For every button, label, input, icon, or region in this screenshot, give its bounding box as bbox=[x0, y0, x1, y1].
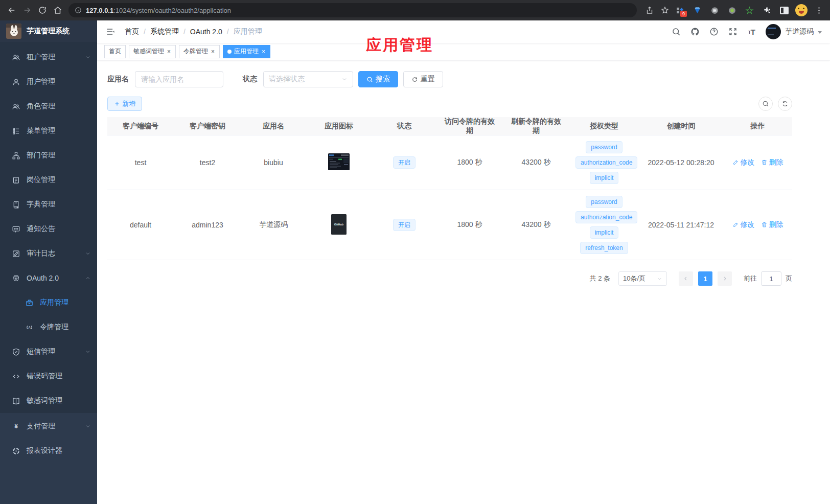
bookmark-star-icon[interactable] bbox=[657, 3, 673, 18]
user-menu[interactable]: 芋道源码 bbox=[766, 24, 822, 39]
token-icon: A bbox=[25, 323, 34, 332]
column-header-name: 应用名 bbox=[241, 118, 306, 135]
page-number-1[interactable]: 1 bbox=[698, 271, 712, 286]
fullscreen-icon[interactable] bbox=[728, 27, 738, 37]
chevron-down-icon bbox=[85, 423, 91, 429]
forward-icon[interactable] bbox=[19, 3, 35, 18]
sidebar-item-oauth2-token[interactable]: A令牌管理 bbox=[0, 315, 97, 339]
extension-gem-icon[interactable] bbox=[690, 3, 704, 17]
extensions-puzzle-icon[interactable] bbox=[759, 3, 774, 17]
grant-type-tag: implicit bbox=[590, 172, 619, 184]
profile-avatar-icon[interactable] bbox=[794, 3, 809, 17]
table-row: testtest2biubiu开启1800 秒43200 秒passwordau… bbox=[107, 135, 792, 190]
active-dot bbox=[227, 50, 232, 54]
sidebar-menu: 租户管理用户管理角色管理菜单管理部门管理岗位管理字典管理通知公告审计日志OAut… bbox=[0, 42, 97, 413]
sidebar-item-oauth2-application[interactable]: 应用管理 bbox=[0, 290, 97, 315]
sidebar-item-post[interactable]: 岗位管理 bbox=[0, 168, 97, 192]
share-icon[interactable] bbox=[642, 3, 657, 18]
users-icon bbox=[11, 53, 20, 62]
sidebar-item-menu[interactable]: 菜单管理 bbox=[0, 119, 97, 143]
url-text: 127.0.0.1:1024/system/oauth2/oauth2/appl… bbox=[86, 7, 231, 14]
badge-icon bbox=[11, 175, 20, 185]
sidebar-item-error-code[interactable]: 错误码管理 bbox=[0, 364, 97, 388]
table-cell-actions: 修改删除 bbox=[723, 154, 792, 172]
prev-page-button[interactable] bbox=[679, 271, 693, 286]
sidebar-item-role[interactable]: 角色管理 bbox=[0, 94, 97, 119]
reset-button[interactable]: 重置 bbox=[403, 71, 443, 87]
close-icon[interactable]: × bbox=[167, 49, 171, 55]
breadcrumb-item[interactable]: 系统管理 bbox=[150, 27, 179, 36]
sidebar-item-notice[interactable]: 通知公告 bbox=[0, 217, 97, 241]
extensions-cluster: 9 bbox=[673, 3, 826, 17]
help-icon[interactable] bbox=[709, 27, 719, 37]
status-select[interactable]: 请选择状态 bbox=[263, 71, 353, 87]
tab-应用管理[interactable]: 应用管理× bbox=[223, 45, 270, 58]
sidebar-item-audit-log[interactable]: 审计日志 bbox=[0, 241, 97, 266]
font-size-icon[interactable]: тT bbox=[747, 27, 757, 37]
extension-grid-icon[interactable]: 9 bbox=[673, 3, 687, 17]
caret-down-icon bbox=[818, 31, 822, 34]
tab-敏感词管理[interactable]: 敏感词管理× bbox=[129, 45, 176, 58]
sidebar-item-dept[interactable]: 部门管理 bbox=[0, 143, 97, 168]
sidebar-item-label: 应用管理 bbox=[40, 298, 68, 307]
side-panel-icon[interactable] bbox=[777, 3, 791, 17]
column-header-icon: 应用图标 bbox=[306, 118, 372, 135]
extension-cmd-icon[interactable] bbox=[707, 3, 722, 17]
breadcrumb-item[interactable]: 首页 bbox=[125, 27, 139, 36]
app-icon-image bbox=[328, 164, 350, 172]
page-size-select[interactable]: 10条/页 bbox=[618, 271, 667, 286]
refresh-token-ttl: 43200 秒 bbox=[522, 158, 551, 166]
search-icon[interactable] bbox=[671, 27, 681, 37]
sidebar-item-label: 敏感词管理 bbox=[27, 396, 62, 405]
tab-首页[interactable]: 首页 bbox=[104, 45, 126, 58]
chevron-up-icon bbox=[85, 275, 91, 281]
user-avatar bbox=[766, 24, 781, 39]
sidebar-item-tenant[interactable]: 租户管理 bbox=[0, 45, 97, 70]
home-icon[interactable] bbox=[50, 3, 65, 18]
show-search-button[interactable] bbox=[758, 97, 773, 111]
next-page-button[interactable] bbox=[718, 271, 732, 286]
status-select-placeholder: 请选择状态 bbox=[269, 75, 305, 84]
sidebar-item-user[interactable]: 用户管理 bbox=[0, 70, 97, 94]
logo-image bbox=[6, 24, 21, 39]
delete-link[interactable]: 删除 bbox=[761, 220, 783, 230]
close-icon[interactable]: × bbox=[211, 49, 215, 55]
tab-令牌管理[interactable]: 令牌管理× bbox=[179, 45, 220, 58]
refresh-table-button[interactable] bbox=[778, 97, 792, 111]
sidebar-item-oauth2[interactable]: OAuth 2.0 bbox=[0, 266, 97, 290]
extension-star-icon[interactable] bbox=[742, 3, 756, 17]
sidebar-item-label: 部门管理 bbox=[27, 151, 55, 160]
delete-link[interactable]: 删除 bbox=[761, 158, 783, 167]
browser-menu-icon[interactable] bbox=[812, 3, 826, 17]
search-button[interactable]: 搜索 bbox=[358, 71, 398, 87]
table-cell-actions: 修改删除 bbox=[723, 216, 792, 234]
sidebar-item-label: 支付管理 bbox=[27, 422, 55, 431]
tab-label: 令牌管理 bbox=[183, 47, 208, 56]
chevron-down-icon bbox=[85, 54, 91, 60]
close-icon[interactable]: × bbox=[261, 49, 266, 55]
sidebar-item-sms[interactable]: 短信管理 bbox=[0, 339, 97, 364]
sidebar-item-report-designer[interactable]: 报表设计器 bbox=[0, 439, 97, 463]
github-icon[interactable] bbox=[690, 27, 700, 37]
goto-page-input[interactable] bbox=[761, 271, 781, 286]
reload-icon[interactable] bbox=[35, 3, 50, 18]
breadcrumb-item[interactable]: OAuth 2.0 bbox=[190, 28, 222, 36]
address-bar[interactable]: 127.0.0.1:1024/system/oauth2/oauth2/appl… bbox=[68, 3, 637, 17]
table-cell-grant_types: passwordauthorization_codeimplicitrefres… bbox=[569, 190, 639, 260]
edit-link[interactable]: 修改 bbox=[732, 158, 755, 167]
app-name-input[interactable] bbox=[135, 71, 223, 87]
sidebar-item-dict[interactable]: 字典管理 bbox=[0, 192, 97, 217]
app-logo[interactable]: 芋道管理系统 bbox=[0, 20, 97, 42]
edit-link[interactable]: 修改 bbox=[732, 220, 755, 230]
sidebar-item-pay[interactable]: ¥支付管理 bbox=[0, 414, 97, 439]
site-info-icon[interactable] bbox=[75, 7, 82, 14]
chevron-down-icon bbox=[85, 250, 91, 257]
sidebar-item-sensitive-word[interactable]: 敏感词管理 bbox=[0, 388, 97, 413]
extension-dot-icon[interactable] bbox=[725, 3, 739, 17]
grant-type-tag: refresh_token bbox=[580, 242, 628, 254]
back-icon[interactable] bbox=[4, 3, 19, 18]
screen: 127.0.0.1:1024/system/oauth2/oauth2/appl… bbox=[0, 0, 830, 504]
add-button[interactable]: 新增 bbox=[107, 97, 142, 111]
sidebar-collapse-icon[interactable] bbox=[105, 26, 117, 37]
breadcrumb-separator: / bbox=[227, 28, 229, 36]
